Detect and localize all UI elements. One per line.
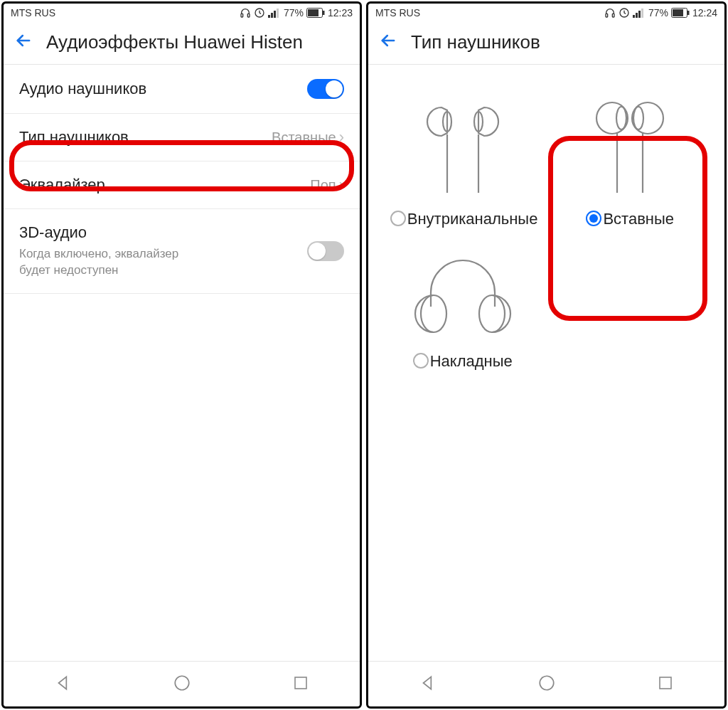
toggle-headphone-audio[interactable] — [307, 79, 344, 99]
svg-point-10 — [176, 676, 190, 690]
headphones-icon — [604, 7, 616, 18]
carrier-label: MTS RUS — [11, 7, 55, 18]
svg-rect-3 — [268, 15, 270, 18]
radio-earbuds[interactable] — [586, 211, 601, 226]
nav-home[interactable] — [537, 674, 556, 695]
svg-point-32 — [421, 295, 446, 332]
nav-bar — [4, 661, 360, 706]
toggle-3d-audio[interactable] — [307, 241, 344, 261]
nav-bar — [368, 661, 724, 706]
svg-point-30 — [633, 107, 643, 129]
nav-back[interactable] — [419, 674, 437, 695]
svg-rect-16 — [636, 13, 638, 18]
svg-rect-5 — [274, 11, 276, 18]
svg-rect-11 — [295, 677, 306, 689]
page-title: Тип наушников — [411, 31, 540, 53]
phone-left: MTS RUS 77% 12:23 Аудиоэффекты Huawei Hi… — [1, 1, 362, 709]
battery-icon — [671, 8, 690, 18]
triangle-back-icon — [54, 674, 73, 692]
svg-rect-21 — [673, 9, 683, 16]
app-bar: Тип наушников — [368, 22, 724, 65]
svg-rect-18 — [641, 9, 643, 18]
radio-over-ear[interactable] — [413, 353, 429, 369]
earbud-inear-icon — [413, 93, 513, 200]
battery-icon — [306, 8, 325, 18]
arrow-left-icon — [378, 31, 398, 51]
headphones-overear-icon — [410, 243, 516, 342]
svg-rect-6 — [277, 9, 279, 18]
option-over-ear[interactable]: Накладные — [382, 243, 543, 371]
app-bar: Аудиоэффекты Huawei Histen — [4, 22, 360, 65]
row-headphone-audio[interactable]: Аудио наушников — [4, 65, 360, 114]
status-icons: 77% 12:24 — [604, 7, 717, 18]
svg-rect-35 — [660, 677, 671, 689]
arrow-left-icon — [14, 31, 33, 51]
triangle-back-icon — [419, 674, 437, 692]
svg-rect-1 — [247, 14, 250, 17]
square-recent-icon — [292, 674, 309, 692]
svg-rect-0 — [241, 14, 243, 17]
status-bar: MTS RUS 77% 12:23 — [4, 4, 360, 22]
row-label: 3D-аудио — [19, 223, 204, 242]
earbud-classic-icon — [580, 93, 680, 200]
status-bar: MTS RUS 77% 12:24 — [368, 4, 724, 22]
battery-percent: 77% — [284, 7, 304, 18]
page-title: Аудиоэффекты Huawei Histen — [46, 31, 303, 53]
svg-rect-20 — [687, 11, 690, 15]
carrier-label: MTS RUS — [375, 7, 420, 18]
row-subtitle: Когда включено, эквалайзер будет недосту… — [19, 246, 204, 279]
row-headphone-type[interactable]: Тип наушников Вставные › — [4, 114, 360, 161]
time-label: 12:23 — [328, 7, 353, 18]
svg-rect-12 — [606, 14, 608, 17]
chevron-right-icon: › — [339, 176, 344, 194]
headphone-type-options: Внутриканальные Вставные — [368, 65, 724, 661]
option-in-ear[interactable]: Внутриканальные — [382, 93, 543, 228]
option-label: Вставные — [603, 210, 674, 228]
chevron-right-icon: › — [339, 128, 344, 147]
svg-rect-8 — [323, 11, 325, 15]
option-label: Накладные — [430, 352, 513, 371]
phone-right: MTS RUS 77% 12:24 Тип наушников — [366, 1, 727, 709]
back-button[interactable] — [378, 31, 398, 54]
option-label: Внутриканальные — [407, 210, 535, 228]
headphones-icon — [240, 7, 251, 18]
square-recent-icon — [657, 674, 674, 692]
svg-point-34 — [540, 676, 555, 690]
svg-rect-9 — [308, 9, 318, 16]
row-label: Эквалайзер — [19, 176, 105, 194]
nav-recent[interactable] — [657, 674, 674, 694]
svg-point-27 — [616, 107, 626, 129]
nav-back[interactable] — [54, 674, 73, 695]
row-label: Тип наушников — [19, 128, 129, 147]
svg-rect-4 — [271, 13, 273, 18]
clock-icon — [619, 7, 630, 18]
circle-home-icon — [173, 674, 191, 692]
time-label: 12:24 — [692, 7, 717, 18]
circle-home-icon — [537, 674, 556, 692]
signal-icon — [633, 8, 646, 18]
status-icons: 77% 12:23 — [240, 7, 353, 18]
radio-in-ear[interactable] — [390, 211, 406, 226]
signal-icon — [268, 8, 281, 18]
svg-rect-17 — [638, 11, 641, 18]
svg-rect-15 — [633, 15, 635, 18]
svg-rect-13 — [612, 14, 614, 17]
nav-home[interactable] — [173, 674, 191, 695]
clock-icon — [254, 7, 265, 18]
svg-point-33 — [479, 295, 505, 332]
nav-recent[interactable] — [292, 674, 309, 694]
back-button[interactable] — [14, 31, 33, 54]
settings-list: Аудио наушников Тип наушников Вставные ›… — [4, 65, 360, 661]
row-equalizer[interactable]: Эквалайзер Поп › — [4, 161, 360, 209]
row-value: Поп › — [310, 176, 344, 194]
row-label: Аудио наушников — [19, 80, 146, 98]
row-3d-audio[interactable]: 3D-аудио Когда включено, эквалайзер буде… — [4, 209, 360, 294]
row-value: Вставные › — [272, 128, 344, 147]
battery-percent: 77% — [648, 7, 668, 18]
option-earbuds[interactable]: Вставные — [550, 93, 711, 228]
